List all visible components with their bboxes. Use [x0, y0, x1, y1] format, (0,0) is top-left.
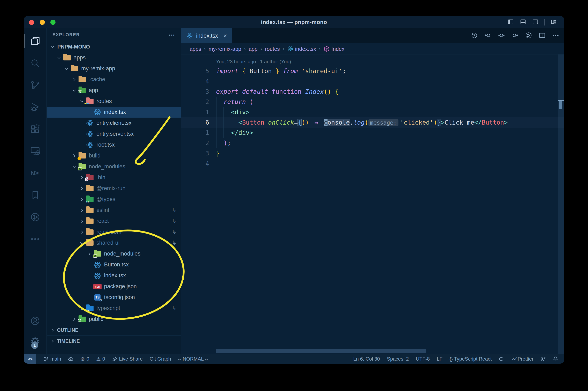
tree-item-entry-client-tsx[interactable]: entry.client.tsx — [47, 118, 181, 128]
activity-search-icon[interactable] — [24, 52, 46, 74]
account-icon[interactable] — [24, 311, 46, 331]
tree-item-root-tsx[interactable]: root.tsx — [47, 139, 181, 150]
breadcrumb-item[interactable]: my-remix-app — [208, 46, 241, 52]
split-editor-icon[interactable] — [538, 32, 546, 40]
breadcrumb-item[interactable]: routes — [265, 46, 280, 52]
breadcrumb-separator: › — [319, 46, 321, 52]
status-indentation[interactable]: Spaces: 2 — [387, 356, 409, 362]
status-copilot[interactable] — [498, 356, 504, 362]
tree-item-apps[interactable]: apps — [47, 52, 181, 63]
code-line-2[interactable]: 2 ); — [181, 138, 564, 148]
code-line-3[interactable]: 3 } — [181, 148, 564, 159]
more-actions-icon[interactable] — [552, 32, 559, 40]
next-change-icon[interactable] — [511, 32, 519, 40]
toggle-primary-sidebar-icon[interactable] — [507, 19, 514, 26]
status-publish-changes[interactable] — [68, 356, 73, 362]
status-vim-mode[interactable]: -- NORMAL -- — [178, 356, 208, 362]
breadcrumb-item[interactable]: index.tsx — [287, 46, 316, 52]
tab-index-tsx[interactable]: index.tsx × — [181, 28, 232, 43]
status-git-branch[interactable]: main — [43, 356, 61, 362]
activity-remote-explorer-icon[interactable] — [24, 140, 46, 162]
activity-source-control-icon[interactable] — [24, 74, 46, 96]
status-encoding[interactable]: UTF-8 — [416, 356, 430, 362]
project-root-row[interactable]: PNPM-MONO — [47, 41, 181, 52]
activity-explorer-icon[interactable] — [24, 30, 46, 52]
code-line-5[interactable]: 5 import { Button } from 'shared-ui'; — [181, 66, 564, 76]
settings-gear-icon[interactable]: ⚙1 — [30, 331, 40, 352]
chevron-right-icon — [79, 186, 85, 191]
tree-item-public[interactable]: public — [47, 314, 181, 325]
status-live-share[interactable]: Live Share — [112, 356, 143, 362]
activity-extensions-icon[interactable] — [24, 118, 46, 140]
activity-nx-console-icon[interactable]: N≥ — [24, 162, 46, 184]
code-line-1[interactable]: 1 </div> — [181, 128, 564, 138]
code-line-6[interactable]: 6 <Button onClick={() ⇒ console.log(mess… — [181, 117, 564, 128]
horizontal-scrollbar[interactable] — [216, 349, 426, 353]
breadcrumb-item[interactable]: app — [249, 46, 257, 52]
toggle-panel-icon[interactable] — [519, 19, 526, 26]
tree-item-index-tsx[interactable]: index.tsx — [47, 270, 181, 281]
titlebar-layout-controls — [507, 16, 557, 28]
tree-item-node-modules[interactable]: JSnode_modules — [47, 248, 181, 259]
previous-change-icon[interactable] — [484, 32, 491, 40]
goto-change-icon[interactable] — [498, 32, 505, 40]
code-line-4[interactable]: 4 — [181, 159, 564, 169]
activity-git-graph-icon[interactable] — [24, 206, 46, 228]
activity-bookmarks-icon[interactable] — [24, 184, 46, 206]
sidebar-section-outline[interactable]: OUTLINE — [47, 325, 181, 335]
status-warnings[interactable]: ⚠0 — [96, 356, 105, 362]
code-line-4[interactable]: 4 — [181, 76, 564, 87]
tree-item-app[interactable]: ⚙app — [47, 85, 181, 96]
tree-item-tsconfig-json[interactable]: TS⚙tsconfig.json — [47, 292, 181, 303]
minimize-window-button[interactable] — [40, 20, 45, 25]
tree-item-build[interactable]: ●build — [47, 150, 181, 161]
timeline-history-icon[interactable] — [471, 32, 478, 40]
status-cursor-position[interactable]: Ln 6, Col 30 — [353, 356, 380, 362]
tree-item-my-remix-app[interactable]: my-remix-app — [47, 63, 181, 74]
tree-item-node-modules[interactable]: JSnode_modules — [47, 161, 181, 172]
tree-item-index-tsx[interactable]: index.tsx — [47, 107, 181, 118]
tree-item-typescript[interactable]: TStypescript↳ — [47, 303, 181, 314]
status-notifications[interactable] — [553, 356, 558, 362]
tree-item--bin[interactable]: 0110.bin — [47, 172, 181, 183]
tree-item-shared-ui[interactable]: shared-ui↳ — [47, 237, 181, 248]
tree-item-react[interactable]: react↳ — [47, 216, 181, 226]
customize-layout-icon[interactable] — [550, 19, 557, 26]
tree-item--remix-run[interactable]: @remix-run — [47, 183, 181, 194]
sidebar-section-timeline[interactable]: TIMELINE — [47, 335, 181, 346]
views-more-icon[interactable]: ⋯ — [169, 31, 175, 38]
toggle-secondary-sidebar-icon[interactable] — [532, 19, 539, 26]
tree-item--cache[interactable]: .cache — [47, 74, 181, 85]
vertical-scrollbar[interactable] — [558, 54, 564, 354]
activity-run-and-debug-icon[interactable] — [24, 96, 46, 118]
tree-item-eslint[interactable]: eslint↳ — [47, 205, 181, 216]
explorer-title: EXPLORER — [52, 32, 80, 37]
tree-item-react-dom[interactable]: react-dom↳ — [47, 226, 181, 237]
code-line-1[interactable]: 1 <div> — [181, 107, 564, 117]
tree-item-package-json[interactable]: npmpackage.json — [47, 281, 181, 292]
breadcrumb: apps›my-remix-app›app›routes›index.tsx›I… — [181, 43, 564, 54]
tree-item--types[interactable]: TS@types — [47, 194, 181, 205]
status-eol[interactable]: LF — [437, 356, 442, 362]
line-number: 6 — [181, 117, 209, 128]
remote-indicator-icon[interactable]: >< — [24, 354, 36, 364]
close-window-button[interactable] — [29, 20, 34, 25]
code-line-2[interactable]: 2 return ( — [181, 97, 564, 107]
code-line-3[interactable]: 3 export default function Index() { — [181, 87, 564, 97]
activity-additional-views-icon[interactable] — [24, 228, 46, 250]
status-prettier[interactable]: ✓✓Prettier — [511, 356, 534, 362]
code-editor[interactable]: You, 23 hours ago | 1 author (You) 5 imp… — [181, 54, 564, 354]
tab-close-icon[interactable]: × — [223, 32, 227, 39]
status-language-mode[interactable]: {} TypeScript React — [449, 356, 491, 362]
status-errors[interactable]: ⊗0 — [80, 356, 89, 362]
tree-item-button-tsx[interactable]: Button.tsx — [47, 259, 181, 270]
tree-item-entry-server-tsx[interactable]: entry.server.tsx — [47, 128, 181, 139]
tree-item-routes[interactable]: routes — [47, 96, 181, 107]
status-git-graph[interactable]: Git Graph — [150, 356, 171, 362]
breadcrumb-item[interactable]: apps — [190, 46, 201, 52]
gitlens-codelens[interactable]: You, 23 hours ago | 1 author (You) — [181, 57, 564, 66]
zoom-window-button[interactable] — [50, 20, 56, 25]
breadcrumb-item[interactable]: Index — [324, 46, 345, 52]
status-feedback[interactable] — [541, 356, 546, 362]
git-graph-view-icon[interactable] — [525, 32, 532, 40]
